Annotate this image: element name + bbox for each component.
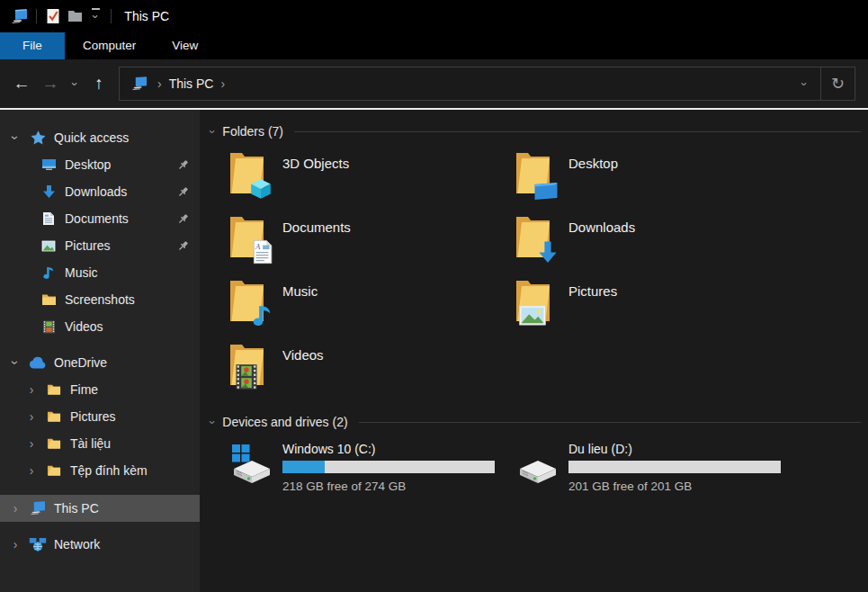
back-arrow-icon: ← xyxy=(13,74,31,94)
ribbon-tab-bar: File Computer View xyxy=(0,32,868,59)
quick-access-star-icon xyxy=(29,130,47,147)
folder-tile-music[interactable]: Music xyxy=(227,277,513,331)
divider xyxy=(36,9,37,23)
folder-tile-videos[interactable]: Videos xyxy=(227,341,513,395)
chevron-right-icon: › xyxy=(220,76,225,91)
folder-tile-documents[interactable]: A Documents xyxy=(227,213,513,267)
forward-button[interactable]: → xyxy=(36,69,65,98)
sidebar-item-desktop[interactable]: Desktop xyxy=(0,151,200,178)
chevron-down-icon: › xyxy=(89,14,103,18)
folder-icon xyxy=(45,464,63,477)
tab-view[interactable]: View xyxy=(154,32,216,59)
sidebar-item-tep-dinh-kem[interactable]: › Tệp đính kèm xyxy=(0,457,200,484)
3d-cube-icon xyxy=(249,177,273,204)
hard-drive-icon xyxy=(513,440,568,499)
tab-computer[interactable]: Computer xyxy=(65,32,154,59)
tab-file[interactable]: File xyxy=(0,32,65,59)
title-bar: › This PC xyxy=(0,0,868,32)
sidebar-item-label: OneDrive xyxy=(54,355,107,370)
svg-text:A: A xyxy=(255,242,261,251)
open-folder-icon xyxy=(227,341,270,395)
sidebar-item-pictures[interactable]: Pictures xyxy=(0,232,200,259)
drive-tile-d[interactable]: Du lieu (D:) 201 GB free of 201 GB xyxy=(513,440,799,499)
drive-free-space: 201 GB free of 201 GB xyxy=(568,480,781,493)
back-button[interactable]: ← xyxy=(7,69,36,98)
refresh-button[interactable]: ↻ xyxy=(820,67,855,100)
drive-usage-bar xyxy=(568,461,781,473)
drive-tile-c[interactable]: Windows 10 (C:) 218 GB free of 274 GB xyxy=(227,440,513,499)
pin-icon xyxy=(177,240,189,252)
sidebar-item-network[interactable]: › Network xyxy=(0,531,200,558)
sidebar-item-onedrive-pictures[interactable]: › Pictures xyxy=(0,403,200,430)
breadcrumb-this-pc[interactable]: This PC xyxy=(169,76,214,91)
film-strip-icon xyxy=(235,363,258,394)
sidebar-item-onedrive[interactable]: › OneDrive xyxy=(0,349,200,376)
sidebar-item-label: Documents xyxy=(65,211,129,226)
open-folder-icon xyxy=(513,149,556,203)
drive-name: Du lieu (D:) xyxy=(568,442,781,456)
navigation-pane: › Quick access Desktop Downloads Documen… xyxy=(0,110,200,592)
chevron-right-icon[interactable]: › xyxy=(25,382,38,397)
sidebar-item-screenshots[interactable]: Screenshots xyxy=(0,286,200,313)
folder-icon xyxy=(45,410,63,423)
desktop-icon xyxy=(40,158,58,171)
folder-tile-downloads[interactable]: Downloads xyxy=(513,213,799,267)
sidebar-item-label: Desktop xyxy=(65,157,111,172)
folder-label: Videos xyxy=(282,347,324,395)
chevron-down-icon: › xyxy=(798,82,811,85)
new-folder-icon[interactable] xyxy=(64,5,85,27)
folder-tile-3d-objects[interactable]: 3D Objects xyxy=(227,149,513,203)
chevron-down-icon: › xyxy=(206,420,219,424)
blue-monitor-icon xyxy=(533,182,559,204)
address-bar[interactable]: › This PC › › ↻ xyxy=(119,67,855,101)
sidebar-item-label: Pictures xyxy=(70,409,116,424)
drives-section-label: Devices and drives (2) xyxy=(222,415,347,429)
chevron-right-icon[interactable]: › xyxy=(25,409,38,424)
folder-tile-pictures[interactable]: Pictures xyxy=(513,277,799,331)
open-folder-icon xyxy=(513,213,556,267)
sidebar-item-label: Videos xyxy=(65,319,103,334)
folders-section-header[interactable]: › Folders (7) xyxy=(210,122,868,140)
divider xyxy=(111,9,112,23)
divider xyxy=(359,422,861,423)
sidebar-item-tai-lieu[interactable]: › Tài liệu xyxy=(0,430,200,457)
chevron-right-icon[interactable]: › xyxy=(25,463,38,478)
drive-usage-fill xyxy=(282,461,325,473)
address-dropdown-button[interactable]: › xyxy=(788,67,820,100)
sidebar-item-fime[interactable]: › Fime xyxy=(0,376,200,403)
picture-icon xyxy=(40,240,58,252)
chevron-right-icon[interactable]: › xyxy=(25,436,38,451)
file-explorer-window: › This PC File Computer View ← → › ↑ › T… xyxy=(0,0,868,592)
content-pane: › Folders (7) 3D Objects xyxy=(200,110,868,592)
folders-grid: 3D Objects Desktop A Documents xyxy=(227,149,868,405)
sidebar-item-downloads[interactable]: Downloads xyxy=(0,178,200,205)
open-folder-icon xyxy=(227,277,270,331)
window-title: This PC xyxy=(124,9,169,23)
chevron-right-icon[interactable]: › xyxy=(9,537,22,552)
divider xyxy=(294,131,861,132)
folder-icon xyxy=(45,437,63,450)
drives-section-header[interactable]: › Devices and drives (2) xyxy=(210,413,868,431)
refresh-icon: ↻ xyxy=(831,74,845,94)
folder-tile-desktop[interactable]: Desktop xyxy=(513,149,799,203)
chevron-down-icon[interactable]: › xyxy=(8,356,22,369)
folder-icon xyxy=(45,383,63,396)
sidebar-item-quick-access[interactable]: › Quick access xyxy=(0,124,200,151)
drive-free-space: 218 GB free of 274 GB xyxy=(282,480,495,493)
recent-locations-button[interactable]: › xyxy=(65,69,85,98)
sidebar-item-videos[interactable]: Videos xyxy=(0,313,200,340)
open-folder-icon xyxy=(227,149,270,203)
customize-toolbar-button[interactable]: › xyxy=(90,8,101,24)
open-folder-icon xyxy=(513,277,556,331)
sidebar-item-music[interactable]: Music xyxy=(0,259,200,286)
pin-icon xyxy=(177,186,189,198)
folder-label: Desktop xyxy=(568,156,618,203)
pin-icon xyxy=(177,213,189,225)
sidebar-item-this-pc[interactable]: › This PC xyxy=(0,495,200,522)
chevron-right-icon[interactable]: › xyxy=(9,501,22,516)
sidebar-item-documents[interactable]: Documents xyxy=(0,205,200,232)
chevron-down-icon[interactable]: › xyxy=(8,131,22,144)
up-button[interactable]: ↑ xyxy=(85,69,113,98)
pin-icon xyxy=(177,159,189,171)
properties-icon[interactable] xyxy=(42,5,64,27)
